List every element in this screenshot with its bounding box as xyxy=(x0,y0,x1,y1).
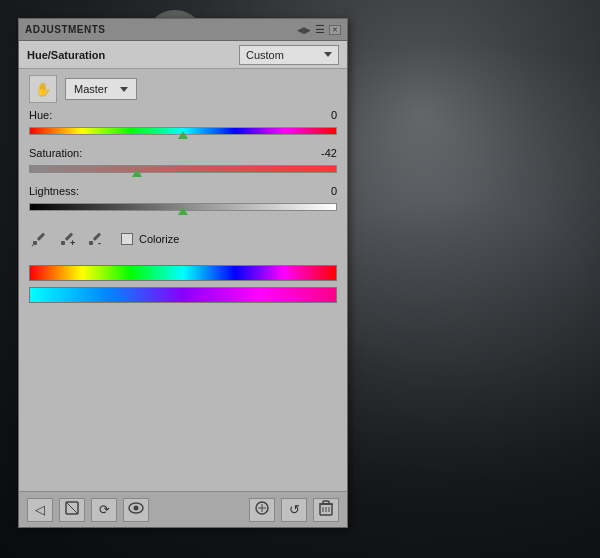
tool-row: ✋ Master xyxy=(29,75,337,103)
reset-button[interactable]: ⟳ xyxy=(91,498,117,522)
panel-controls: ◀▶ ☰ ✕ xyxy=(297,23,341,36)
preset-dropdown[interactable]: Custom xyxy=(239,45,339,65)
toolbar-right: ↺ xyxy=(249,498,339,522)
svg-rect-1 xyxy=(37,232,45,240)
visibility-button[interactable] xyxy=(123,498,149,522)
hue-row: Hue: 0 xyxy=(29,109,337,121)
rotate-icon: ↺ xyxy=(289,502,300,517)
delete-button[interactable] xyxy=(313,498,339,522)
svg-text:-: - xyxy=(98,238,101,247)
panel-title: ADJUSTMENTS xyxy=(25,24,106,35)
colorize-label: Colorize xyxy=(139,233,179,245)
hand-svg: ✋ xyxy=(34,80,52,98)
hue-saturation-title: Hue/Saturation xyxy=(27,49,105,61)
preset-dropdown-arrow-icon xyxy=(324,52,332,57)
colorize-row: Colorize xyxy=(121,233,179,245)
eyedropper-icon[interactable] xyxy=(29,229,49,249)
eyedropper-row: + - Colorize xyxy=(29,229,337,249)
lightness-label: Lightness: xyxy=(29,185,97,197)
hue-thumb[interactable] xyxy=(178,131,188,139)
on-image-tool-icon[interactable]: ✋ xyxy=(29,75,57,103)
panel-menu-icon[interactable]: ☰ xyxy=(315,23,325,36)
svg-rect-8 xyxy=(89,241,93,245)
lightness-value: 0 xyxy=(307,185,337,197)
svg-line-11 xyxy=(66,502,78,514)
saturation-slider-container[interactable] xyxy=(29,161,337,177)
saturation-track xyxy=(29,165,337,173)
toolbar-left: ◁ ⟳ xyxy=(27,498,149,522)
collapse-arrows-icon[interactable]: ◀▶ xyxy=(297,25,311,35)
reset-icon: ⟳ xyxy=(99,502,110,517)
saturation-row: Saturation: -42 xyxy=(29,147,337,159)
panel-header: Hue/Saturation Custom xyxy=(19,41,347,69)
colorize-checkbox[interactable] xyxy=(121,233,133,245)
svg-line-3 xyxy=(32,245,33,246)
svg-text:✋: ✋ xyxy=(35,81,52,98)
svg-rect-5 xyxy=(61,241,65,245)
lasso-icon xyxy=(64,500,80,519)
rainbow-bar xyxy=(29,265,337,281)
saturation-thumb[interactable] xyxy=(132,169,142,177)
eyedropper-add-icon[interactable]: + xyxy=(57,229,77,249)
clip-button[interactable] xyxy=(249,498,275,522)
hue-value: 0 xyxy=(307,109,337,121)
lightness-thumb[interactable] xyxy=(178,207,188,215)
hue-slider-container[interactable] xyxy=(29,123,337,139)
panel-titlebar: ADJUSTMENTS ◀▶ ☰ ✕ xyxy=(19,19,347,41)
rotate-button[interactable]: ↺ xyxy=(281,498,307,522)
saturation-value: -42 xyxy=(307,147,337,159)
channel-label: Master xyxy=(74,83,108,95)
saturation-label: Saturation: xyxy=(29,147,97,159)
back-icon: ◁ xyxy=(35,502,45,517)
svg-text:+: + xyxy=(70,238,75,247)
output-color-bar xyxy=(29,287,337,303)
channel-dropdown[interactable]: Master xyxy=(65,78,137,100)
back-button[interactable]: ◁ xyxy=(27,498,53,522)
eye-icon xyxy=(128,502,144,517)
color-bars-section xyxy=(29,265,337,303)
trash-icon xyxy=(319,500,333,519)
clip-icon xyxy=(254,500,270,519)
hue-label: Hue: xyxy=(29,109,97,121)
svg-rect-19 xyxy=(323,501,329,504)
eyedropper-subtract-icon[interactable]: - xyxy=(85,229,105,249)
lightness-row: Lightness: 0 xyxy=(29,185,337,197)
lightness-slider-container[interactable] xyxy=(29,199,337,215)
svg-rect-2 xyxy=(33,241,37,245)
svg-point-13 xyxy=(134,506,139,511)
bottom-toolbar: ◁ ⟳ xyxy=(19,491,347,527)
channel-dropdown-arrow-icon xyxy=(120,87,128,92)
panel-body: ✋ Master Hue: 0 Saturation: -42 xyxy=(19,69,347,491)
panel-close-btn[interactable]: ✕ xyxy=(329,25,341,35)
preset-label: Custom xyxy=(246,49,284,61)
adjustments-panel: ADJUSTMENTS ◀▶ ☰ ✕ Hue/Saturation Custom… xyxy=(18,18,348,528)
lasso-button[interactable] xyxy=(59,498,85,522)
